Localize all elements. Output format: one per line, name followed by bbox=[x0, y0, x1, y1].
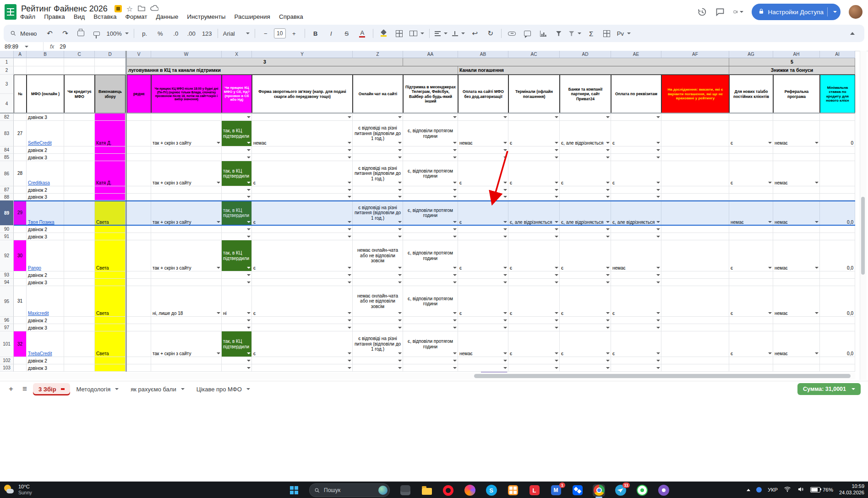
dropdown-icon[interactable] bbox=[656, 281, 660, 283]
dropdown-icon[interactable] bbox=[398, 319, 402, 321]
column-header-AH[interactable]: AH bbox=[773, 51, 820, 58]
cell-AC86[interactable]: є bbox=[508, 161, 560, 186]
dropdown-icon[interactable] bbox=[453, 327, 457, 329]
dropdown-icon[interactable] bbox=[768, 352, 772, 354]
cell-A103[interactable] bbox=[14, 364, 27, 372]
row-header-89[interactable]: 89 bbox=[0, 200, 14, 226]
cell-Y85[interactable] bbox=[252, 154, 353, 161]
dropdown-icon[interactable] bbox=[348, 236, 351, 238]
column-header-AB[interactable]: AB bbox=[458, 51, 508, 58]
cell-Z103[interactable] bbox=[353, 364, 403, 372]
cell-D84[interactable] bbox=[95, 146, 126, 154]
cell-D96[interactable] bbox=[95, 317, 126, 324]
cell-AC93[interactable] bbox=[508, 271, 560, 279]
dropdown-icon[interactable] bbox=[398, 267, 402, 269]
cell-W87[interactable] bbox=[151, 186, 222, 194]
cell-X102[interactable] bbox=[222, 357, 252, 364]
cell-A94[interactable] bbox=[14, 279, 27, 286]
cell-V95[interactable] bbox=[127, 286, 151, 317]
dropdown-icon[interactable] bbox=[503, 157, 507, 158]
cell-AH93[interactable] bbox=[773, 271, 820, 279]
cell-X84[interactable] bbox=[222, 146, 252, 154]
dropdown-icon[interactable] bbox=[503, 281, 507, 283]
cell-V86[interactable] bbox=[127, 161, 151, 186]
cell-Z84[interactable] bbox=[353, 146, 403, 154]
cell-AF97[interactable] bbox=[661, 324, 729, 331]
cell-AD95[interactable]: є bbox=[560, 286, 611, 317]
dropdown-icon[interactable] bbox=[503, 149, 507, 151]
dropdown-icon[interactable] bbox=[606, 360, 610, 362]
cell-Y93[interactable] bbox=[252, 271, 353, 279]
lightshot-icon[interactable]: L bbox=[528, 484, 540, 497]
cell-Z90[interactable] bbox=[353, 226, 403, 233]
cell-AG90[interactable] bbox=[729, 226, 773, 233]
dropdown-icon[interactable] bbox=[503, 274, 507, 276]
cell-AD83[interactable]: є, але відрізняється bbox=[560, 121, 611, 146]
dropdown-icon[interactable] bbox=[398, 274, 402, 276]
dropdown-icon[interactable] bbox=[656, 312, 660, 314]
cell-V87[interactable] bbox=[127, 186, 151, 194]
cell-C83[interactable] bbox=[64, 121, 95, 146]
dropdown-icon[interactable] bbox=[398, 221, 402, 223]
cell-V92[interactable] bbox=[127, 240, 151, 271]
cell-AI84[interactable] bbox=[820, 146, 855, 154]
dropdown-icon[interactable] bbox=[398, 236, 402, 238]
cell-Z86[interactable]: є відповіді на різні питання (відповіли … bbox=[353, 161, 403, 186]
cell-AC101[interactable]: є bbox=[508, 331, 560, 357]
cell-AH102[interactable] bbox=[773, 357, 820, 364]
cell-AI101[interactable]: 0,0 bbox=[820, 331, 855, 357]
dropdown-icon[interactable] bbox=[656, 360, 660, 362]
dropdown-icon[interactable] bbox=[768, 142, 772, 144]
cell-A82[interactable] bbox=[14, 114, 27, 121]
cell-AE103[interactable] bbox=[611, 364, 661, 372]
cell-B84[interactable]: дзвінок 2 bbox=[27, 146, 64, 154]
cell-AD84[interactable] bbox=[560, 146, 611, 154]
cell-C92[interactable] bbox=[64, 240, 95, 271]
cell-Y89[interactable]: є bbox=[252, 200, 353, 226]
cell-AA94[interactable] bbox=[403, 279, 458, 286]
cell-AE87[interactable] bbox=[611, 186, 661, 194]
dropdown-icon[interactable] bbox=[453, 221, 457, 223]
dropdown-icon[interactable] bbox=[398, 228, 402, 230]
dropdown-icon[interactable] bbox=[555, 367, 558, 369]
cell-AA84[interactable] bbox=[403, 146, 458, 154]
dropdown-icon[interactable] bbox=[398, 116, 402, 118]
dropdown-icon[interactable] bbox=[503, 327, 507, 329]
cell-AA92[interactable]: є, відповіли протягом години bbox=[403, 240, 458, 271]
cell-AI93[interactable] bbox=[820, 271, 855, 279]
battery-indicator[interactable]: 76% bbox=[810, 487, 833, 493]
cell-Y88[interactable] bbox=[252, 194, 353, 200]
dropdown-icon[interactable] bbox=[555, 274, 558, 276]
cell-AC87[interactable] bbox=[508, 186, 560, 194]
dropdown-icon[interactable] bbox=[348, 367, 351, 369]
row-header-88[interactable]: 88 bbox=[0, 194, 14, 200]
dropdown-icon[interactable] bbox=[398, 196, 402, 198]
cell-AG89[interactable]: немає bbox=[729, 200, 773, 226]
cell-AB102[interactable] bbox=[458, 357, 508, 364]
dropdown-icon[interactable] bbox=[247, 352, 251, 354]
column-header-AE[interactable]: AE bbox=[611, 51, 661, 58]
cell-W82[interactable] bbox=[151, 114, 222, 121]
column-header-Z[interactable]: Z bbox=[353, 51, 403, 58]
dropdown-icon[interactable] bbox=[453, 267, 457, 269]
cell-W93[interactable] bbox=[151, 271, 222, 279]
dropdown-icon[interactable] bbox=[606, 189, 610, 191]
dropdown-icon[interactable] bbox=[348, 116, 351, 118]
cell-B2[interactable] bbox=[27, 66, 64, 75]
cell-AH84[interactable] bbox=[773, 146, 820, 154]
cell-D90[interactable] bbox=[95, 226, 126, 233]
dropdown-icon[interactable] bbox=[606, 228, 610, 230]
dropdown-icon[interactable] bbox=[453, 281, 457, 283]
select-all-corner[interactable] bbox=[0, 51, 14, 58]
cell-W95[interactable]: ні, лише до 18 bbox=[151, 286, 222, 317]
column-header-AD[interactable]: AD bbox=[560, 51, 611, 58]
dropdown-icon[interactable] bbox=[768, 312, 772, 314]
cell-AG87[interactable] bbox=[729, 186, 773, 194]
dropdown-icon[interactable] bbox=[656, 157, 660, 158]
dropdown-icon[interactable] bbox=[656, 149, 660, 151]
cell-AH83[interactable]: немає bbox=[773, 121, 820, 146]
cell-D101[interactable]: Света bbox=[95, 331, 126, 357]
dropdown-icon[interactable] bbox=[453, 228, 457, 230]
chrome-icon[interactable] bbox=[593, 484, 605, 497]
cell-AF87[interactable] bbox=[661, 186, 729, 194]
